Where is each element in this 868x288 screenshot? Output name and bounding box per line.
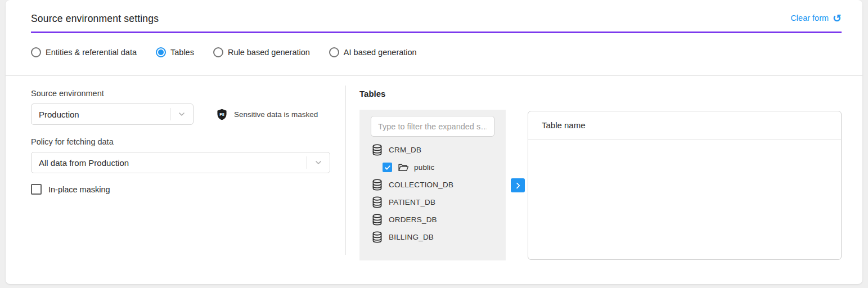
transfer-right-button[interactable] xyxy=(511,178,525,192)
pii-masked-note: PII Sensitive data is masked xyxy=(215,108,318,121)
radio-label: Tables xyxy=(170,48,194,57)
vertical-divider xyxy=(345,86,346,255)
radio-tables[interactable]: Tables xyxy=(156,47,194,57)
tree-item-crm-db[interactable]: CRM_DB xyxy=(359,141,506,159)
tree-item-public-schema[interactable]: public xyxy=(359,159,506,176)
tree-item-label: public xyxy=(414,163,434,172)
tables-heading: Tables xyxy=(359,89,385,98)
database-icon xyxy=(371,143,384,156)
source-environment-label: Source environment xyxy=(31,89,104,98)
source-environment-value: Production xyxy=(32,110,170,119)
database-icon xyxy=(371,196,384,209)
source-environment-select[interactable]: Production xyxy=(31,104,194,125)
radio-circle-icon xyxy=(156,47,166,57)
checkbox-unchecked-icon xyxy=(31,184,42,195)
table-name-column-header: Table name xyxy=(528,111,841,140)
tree-item-label: COLLECTION_DB xyxy=(389,181,453,189)
inplace-masking-checkbox[interactable]: In-place masking xyxy=(31,184,110,195)
inplace-masking-label: In-place masking xyxy=(48,185,110,194)
page-title: Source environment settings xyxy=(31,13,159,25)
tree-item-label: CRM_DB xyxy=(389,146,421,154)
tree-item-billing-db[interactable]: BILLING_DB xyxy=(359,228,506,246)
radio-label: Entities & referential data xyxy=(46,48,137,57)
settings-card: Source environment settings Clear form ↺… xyxy=(6,0,862,284)
tree-item-label: ORDERS_DB xyxy=(389,215,437,224)
policy-value: All data from Production xyxy=(32,158,307,168)
pii-masked-text: Sensitive data is masked xyxy=(234,110,318,119)
tree-item-patient-db[interactable]: PATIENT_DB xyxy=(359,194,506,211)
radio-circle-icon xyxy=(31,47,41,57)
tree-item-collection-db[interactable]: COLLECTION_DB xyxy=(359,176,506,194)
radio-circle-icon xyxy=(329,47,339,57)
clear-form-button[interactable]: Clear form ↺ xyxy=(790,14,842,22)
title-accent-rule xyxy=(31,32,842,33)
policy-select[interactable]: All data from Production xyxy=(31,152,330,173)
tree-item-label: PATIENT_DB xyxy=(389,198,435,206)
policy-label: Policy for fetching data xyxy=(31,137,114,146)
chevron-down-icon[interactable] xyxy=(307,158,330,167)
header-divider xyxy=(6,75,862,76)
radio-circle-icon xyxy=(213,47,223,57)
radio-ai-based-generation[interactable]: AI based generation xyxy=(329,47,417,57)
checkbox-checked-icon[interactable] xyxy=(383,163,392,172)
chevron-right-icon xyxy=(514,181,523,190)
radio-entities-referential-data[interactable]: Entities & referential data xyxy=(31,47,137,57)
database-icon xyxy=(371,231,384,244)
chevron-down-icon[interactable] xyxy=(170,110,193,119)
pii-shield-icon: PII xyxy=(215,108,228,121)
database-tree: CRM_DB public xyxy=(359,141,506,246)
radio-label: Rule based generation xyxy=(228,48,310,57)
database-tree-panel: CRM_DB public xyxy=(359,110,506,260)
database-icon xyxy=(371,213,384,226)
svg-text:PII: PII xyxy=(219,112,224,117)
mode-radio-group: Entities & referential data Tables Rule … xyxy=(31,47,417,57)
clear-form-label: Clear form xyxy=(790,14,829,22)
tree-item-orders-db[interactable]: ORDERS_DB xyxy=(359,211,506,228)
database-icon xyxy=(371,178,384,191)
selected-tables-panel: Table name xyxy=(528,111,842,260)
tree-item-label: BILLING_DB xyxy=(389,233,434,241)
radio-label: AI based generation xyxy=(344,48,417,57)
radio-rule-based-generation[interactable]: Rule based generation xyxy=(213,47,310,57)
folder-open-icon xyxy=(397,161,409,173)
table-rows-empty-area xyxy=(528,140,841,259)
undo-icon: ↺ xyxy=(833,14,842,22)
tree-filter-input[interactable] xyxy=(371,116,494,137)
